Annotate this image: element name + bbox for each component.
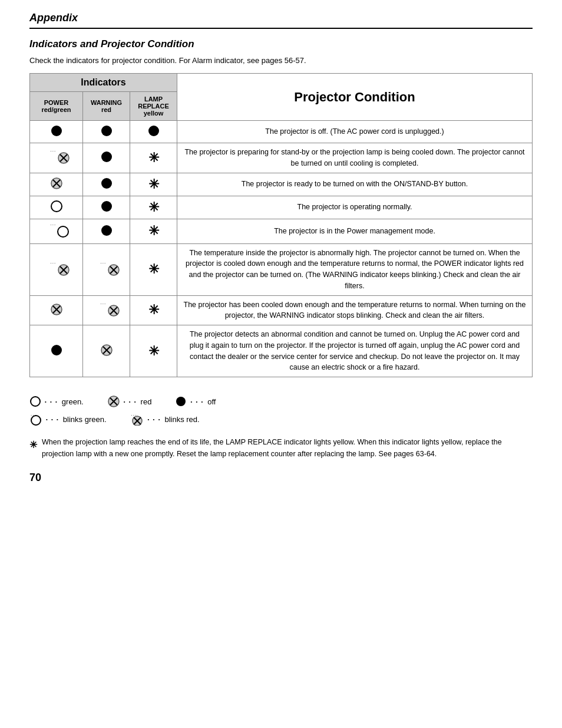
header-indicators: Indicators xyxy=(30,74,177,92)
table-row: ··· ✳ The projector is preparing for sta… xyxy=(30,143,533,173)
warning-cell xyxy=(83,196,130,219)
svg-point-6 xyxy=(101,151,112,162)
appendix-title: Appendix xyxy=(29,12,533,24)
red-slash-icon xyxy=(107,395,120,408)
red-icon xyxy=(100,344,113,357)
svg-point-12 xyxy=(101,201,112,212)
blink-red-icon: ··· xyxy=(49,261,64,276)
svg-point-14 xyxy=(101,225,112,236)
off-icon xyxy=(50,124,63,137)
section-divider xyxy=(29,28,533,29)
power-cell: ··· xyxy=(30,219,83,243)
legend-red: • • • red xyxy=(107,395,152,408)
page-number: 70 xyxy=(29,472,533,484)
lamp-cell: ✳ xyxy=(130,173,177,196)
condition-cell: The projector has been cooled down enoug… xyxy=(177,295,533,325)
legend-red-label: red xyxy=(141,397,152,406)
blink-red-icon: ··· xyxy=(100,261,114,276)
svg-point-31 xyxy=(31,397,40,406)
lamp-cell: ✳ xyxy=(130,295,177,325)
blink-red-icon: ··· xyxy=(49,149,64,164)
svg-point-10 xyxy=(101,178,112,189)
indicators-table: Indicators Projector Condition POWER red… xyxy=(29,73,533,377)
condition-cell: The projector is off. (The AC power cord… xyxy=(177,121,533,143)
legend-row-2: ··· • • • blinks green. ··· • • • blinks… xyxy=(29,413,533,426)
footnote-text: When the projection lamp reaches the end… xyxy=(42,436,533,460)
asterisk-icon: ✳ xyxy=(148,223,159,238)
off-icon xyxy=(50,344,63,357)
warning-cell: ··· xyxy=(83,295,130,325)
condition-cell: The temperature inside the projector is … xyxy=(177,243,533,295)
off-icon xyxy=(100,200,113,213)
asterisk-icon: ✳ xyxy=(148,177,159,192)
power-cell xyxy=(30,325,83,377)
legend-blink-red: ··· • • • blinks red. xyxy=(130,413,200,426)
warning-cell xyxy=(83,121,130,143)
col-warning-header: WARNING red xyxy=(83,92,130,121)
off-icon xyxy=(100,224,113,237)
svg-point-35 xyxy=(176,397,186,406)
col-power-header: POWER red/green xyxy=(30,92,83,121)
col-lamp-header: LAMP REPLACE yellow xyxy=(130,92,177,121)
lamp-cell: ✳ xyxy=(130,219,177,243)
power-cell xyxy=(30,173,83,196)
lamp-cell: ✳ xyxy=(130,325,177,377)
legend-off-dots: • • • xyxy=(190,399,204,404)
legend-blink-green-dots: • • • xyxy=(46,417,59,422)
off-icon xyxy=(100,124,113,137)
warning-cell: ··· xyxy=(83,243,130,295)
legend-green: • • • green. xyxy=(29,396,84,407)
legend-off-label: off xyxy=(207,397,216,406)
table-row: ··· ✳ The projector is in the Power mana… xyxy=(30,219,533,243)
power-cell xyxy=(30,196,83,219)
green-icon xyxy=(50,200,63,213)
condition-cell: The projector is preparing for stand-by … xyxy=(177,143,533,173)
legend-red-dots: • • • xyxy=(124,399,137,404)
section-heading: Indicators and Projector Condition xyxy=(29,38,533,50)
lamp-cell: ✳ xyxy=(130,196,177,219)
warning-cell xyxy=(83,173,130,196)
condition-cell: The projector is operating normally. xyxy=(177,196,533,219)
power-cell xyxy=(30,295,83,325)
lamp-cell xyxy=(130,121,177,143)
warning-cell xyxy=(83,325,130,377)
red-icon xyxy=(50,177,63,190)
red-icon xyxy=(50,303,63,316)
legend-blink-red-label: blinks red. xyxy=(164,415,199,424)
power-cell xyxy=(30,121,83,143)
svg-point-11 xyxy=(51,201,62,212)
condition-cell: The projector is ready to be turned on w… xyxy=(177,173,533,196)
warning-cell xyxy=(83,219,130,243)
legend-green-label: green. xyxy=(62,397,84,406)
blink-green-icon: ··· xyxy=(50,223,63,238)
intro-text: Check the indicators for projector condi… xyxy=(29,56,533,65)
table-row: The projector is off. (The AC power cord… xyxy=(30,121,533,143)
lamp-cell: ✳ xyxy=(130,143,177,173)
blink-red-icon: ··· xyxy=(100,302,114,317)
table-row: ✳ The projector detects an abnormal cond… xyxy=(30,325,533,377)
legend-blink-green: ··· • • • blinks green. xyxy=(29,413,107,426)
asterisk-icon: ✳ xyxy=(148,344,159,358)
footnote-row: ✳ When the projection lamp reaches the e… xyxy=(29,436,533,460)
warning-cell xyxy=(83,143,130,173)
projector-condition-header: Projector Condition xyxy=(177,74,533,121)
power-cell: ··· xyxy=(30,143,83,173)
legend-row-1: • • • green. • • • red • • • off xyxy=(29,395,533,408)
svg-point-13 xyxy=(58,226,68,237)
blink-green-icon: ··· xyxy=(29,413,42,426)
asterisk-icon: ✳ xyxy=(148,302,159,317)
table-row: ··· ✳ The projector has been cooled down… xyxy=(30,295,533,325)
off-icon xyxy=(147,124,160,137)
off-icon xyxy=(100,150,113,163)
svg-point-1 xyxy=(101,126,112,136)
footnote-star-icon: ✳ xyxy=(29,437,37,453)
off-icon xyxy=(100,177,113,190)
condition-cell: The projector is in the Power management… xyxy=(177,219,533,243)
asterisk-icon: ✳ xyxy=(148,262,159,276)
lamp-cell: ✳ xyxy=(130,243,177,295)
legend-blink-red-dots: • • • xyxy=(148,417,161,422)
footnote-area: ✳ When the projection lamp reaches the e… xyxy=(29,436,533,460)
legend-green-dots: • • • xyxy=(45,399,58,404)
legend-area: • • • green. • • • red • • • off xyxy=(29,395,533,426)
svg-point-27 xyxy=(51,345,62,355)
